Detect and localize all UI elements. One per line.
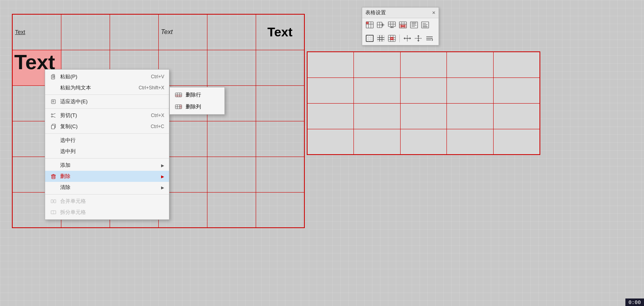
table-cell[interactable] [354, 77, 401, 103]
table-cell[interactable] [493, 129, 540, 155]
split-icon [50, 209, 57, 216]
border-selected-icon[interactable] [388, 34, 396, 43]
menu-paste-plain[interactable]: 粘贴为纯文本 Ctrl+Shift+X [45, 82, 169, 93]
table-cell[interactable] [493, 103, 540, 129]
cut-label: 剪切(T) [60, 112, 151, 119]
table-cell[interactable] [207, 157, 256, 192]
menu-merge[interactable]: 合并单元格 [45, 196, 169, 207]
svg-rect-33 [180, 105, 182, 109]
table-cell[interactable] [400, 103, 447, 129]
clear-icon [50, 184, 57, 191]
table-cell[interactable] [400, 129, 447, 155]
insert-table-icon[interactable] [365, 21, 374, 29]
align-top-icon[interactable] [410, 21, 418, 29]
align-bottom-icon[interactable] [421, 21, 429, 29]
align-center-v-icon[interactable] [403, 34, 412, 43]
menu-fit-selection[interactable]: 适应选中(E) [45, 96, 169, 107]
merge-icon [50, 198, 57, 205]
copy-shortcut: Ctrl+C [151, 124, 164, 129]
svg-rect-20 [54, 200, 56, 203]
table-cell[interactable] [493, 52, 540, 77]
table-cell[interactable] [354, 52, 401, 77]
list-align-icon[interactable] [425, 34, 434, 43]
close-button[interactable]: × [432, 9, 435, 16]
svg-rect-72 [377, 35, 384, 42]
table-cell[interactable] [354, 103, 401, 129]
table-settings-title: 表格设置 [365, 9, 386, 16]
menu-add[interactable]: 添加 ▶ [45, 160, 169, 171]
svg-marker-94 [432, 39, 433, 41]
svg-line-10 [52, 116, 55, 117]
delete-col-icon [175, 104, 182, 110]
cell-text-underline[interactable]: Text [12, 14, 61, 50]
clear-label: 清除 [60, 184, 161, 191]
paste-shortcut: Ctrl+V [151, 74, 164, 79]
clear-arrow: ▶ [161, 185, 164, 190]
svg-rect-6 [52, 100, 54, 102]
merge-label: 合并单元格 [60, 198, 164, 205]
menu-sep-2 [45, 108, 169, 109]
table-row [307, 52, 540, 77]
delete-row-settings-icon[interactable] [399, 21, 407, 29]
table-cell[interactable] [207, 192, 256, 228]
delete-col-item[interactable]: 删除列 [170, 101, 224, 113]
table-cell[interactable] [307, 52, 354, 77]
border-inner-icon[interactable] [376, 34, 385, 43]
svg-marker-89 [417, 35, 420, 36]
align-center-h-icon[interactable] [414, 34, 423, 43]
table-cell[interactable] [61, 14, 110, 50]
fit-label: 适应选中(E) [60, 98, 164, 105]
add-label: 添加 [60, 162, 161, 169]
svg-rect-28 [175, 95, 182, 97]
table-cell[interactable] [307, 77, 354, 103]
table-cell[interactable] [493, 77, 540, 103]
insert-row-below-icon[interactable] [388, 21, 396, 29]
menu-select-row[interactable]: 选中行 [45, 135, 169, 146]
table-settings-header: 表格设置 × [362, 8, 439, 18]
table-cell[interactable] [400, 77, 447, 103]
trash-icon [50, 173, 57, 180]
context-menu: 粘贴(P) Ctrl+V 粘贴为纯文本 Ctrl+Shift+X 适应选中(E)… [45, 69, 169, 220]
clock-time: 0:00 [629, 299, 641, 305]
table-cell[interactable] [447, 129, 494, 155]
fit-selection-icon [50, 98, 57, 105]
table-cell[interactable] [207, 50, 256, 85]
table-cell[interactable] [307, 103, 354, 129]
border-outer-icon[interactable] [365, 34, 374, 43]
menu-select-col[interactable]: 选中列 [45, 146, 169, 157]
table-cell[interactable] [307, 129, 354, 155]
table-row [307, 77, 540, 103]
delete-row-icon [175, 92, 182, 98]
svg-rect-1 [52, 74, 55, 76]
table-settings-panel: 表格设置 × [362, 7, 439, 45]
right-table[interactable] [307, 51, 540, 155]
menu-clear[interactable]: 清除 ▶ [45, 182, 169, 193]
menu-cut[interactable]: 剪切(T) Ctrl+X [45, 110, 169, 121]
table-cell[interactable] [447, 52, 494, 77]
menu-split[interactable]: 拆分单元格 [45, 207, 169, 218]
table-cell[interactable] [256, 192, 304, 228]
insert-col-right-icon[interactable] [376, 21, 385, 29]
menu-delete[interactable]: 删除 ▶ [45, 171, 169, 182]
menu-paste[interactable]: 粘贴(P) Ctrl+V [45, 71, 169, 82]
table-cell[interactable] [447, 103, 494, 129]
delete-submenu: 删除行 删除列 [169, 87, 225, 115]
table-cell[interactable] [256, 121, 304, 157]
delete-row-item[interactable]: 删除行 [170, 89, 224, 101]
table-cell[interactable] [256, 50, 304, 85]
cell-text-italic[interactable]: Text [158, 14, 207, 50]
svg-rect-19 [51, 200, 53, 203]
select-col-icon [50, 148, 57, 155]
table-cell[interactable] [400, 52, 447, 77]
menu-sep-1 [45, 94, 169, 95]
table-cell[interactable] [207, 121, 256, 157]
cell-text-center[interactable]: Text [256, 14, 304, 50]
table-cell[interactable] [207, 14, 256, 50]
table-cell[interactable] [354, 129, 401, 155]
table-cell[interactable] [110, 14, 158, 50]
menu-copy[interactable]: 复制(C) Ctrl+C [45, 121, 169, 132]
table-cell[interactable] [447, 77, 494, 103]
table-cell[interactable] [256, 85, 304, 121]
table-cell[interactable] [256, 157, 304, 192]
svg-point-7 [51, 114, 53, 115]
